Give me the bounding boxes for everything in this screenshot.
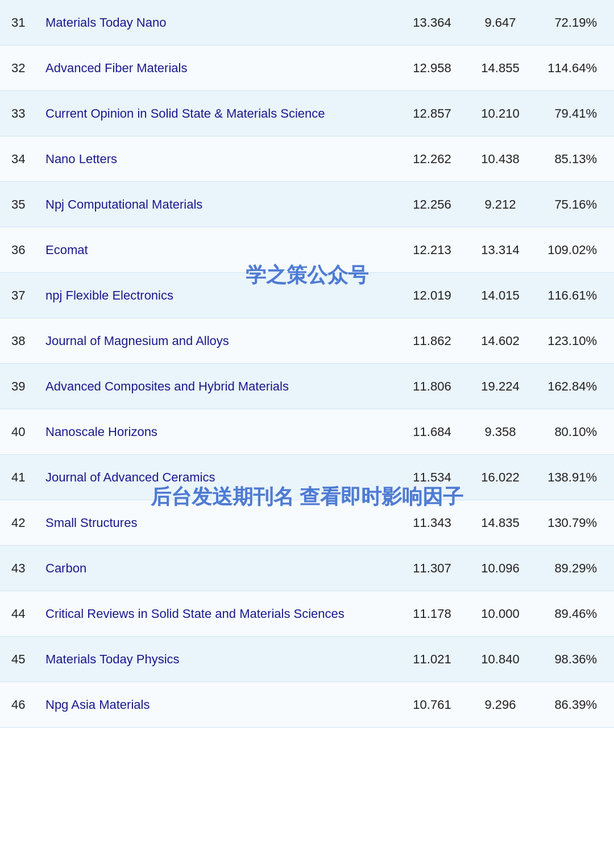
impact-factor-cell: 12.262 [398,152,466,167]
impact-factor-5-cell: 13.314 [466,243,534,258]
journal-name-cell: Materials Today Nano [45,14,398,31]
impact-factor-cell: 12.857 [398,106,466,121]
impact-factor-5-cell: 16.022 [466,470,534,485]
impact-factor-cell: 11.343 [398,516,466,530]
impact-factor-5-cell: 14.835 [466,516,534,530]
impact-factor-5-cell: 10.096 [466,561,534,576]
impact-factor-cell: 13.364 [398,15,466,30]
journal-name-cell: Nano Letters [45,151,398,168]
ratio-cell: 75.16% [534,197,603,212]
impact-factor-5-cell: 10.438 [466,152,534,167]
journal-name-cell: Small Structures [45,514,398,531]
ratio-cell: 162.84% [534,379,603,394]
journal-table: 31Materials Today Nano13.3649.64772.19%3… [0,0,614,728]
impact-factor-5-cell: 10.210 [466,106,534,121]
table-row: 33Current Opinion in Solid State & Mater… [0,91,614,136]
impact-factor-cell: 11.806 [398,379,466,394]
table-row: 31Materials Today Nano13.3649.64772.19% [0,0,614,45]
journal-name-cell: Npj Computational Materials [45,196,398,213]
table-row: 46Npg Asia Materials10.7619.29686.39% [0,682,614,728]
ratio-cell: 114.64% [534,61,603,76]
impact-factor-5-cell: 9.212 [466,197,534,212]
journal-name-cell: Carbon [45,560,398,577]
ratio-cell: 109.02% [534,243,603,258]
impact-factor-cell: 12.256 [398,197,466,212]
impact-factor-cell: 12.213 [398,243,466,258]
ratio-cell: 130.79% [534,516,603,530]
table-row: 38Journal of Magnesium and Alloys11.8621… [0,318,614,364]
ratio-cell: 89.46% [534,607,603,621]
table-row: 35Npj Computational Materials12.2569.212… [0,182,614,227]
table-row: 36Ecomat12.21313.314109.02% [0,227,614,273]
rank-cell: 42 [11,516,45,530]
impact-factor-cell: 11.862 [398,334,466,348]
journal-name-cell: Journal of Magnesium and Alloys [45,333,398,350]
impact-factor-5-cell: 9.647 [466,15,534,30]
journal-name-cell: Advanced Fiber Materials [45,60,398,77]
rank-cell: 31 [11,15,45,30]
rank-cell: 38 [11,334,45,348]
table-row: 37npj Flexible Electronics12.01914.01511… [0,273,614,318]
ratio-cell: 138.91% [534,470,603,485]
rank-cell: 41 [11,470,45,485]
rank-cell: 33 [11,106,45,121]
ratio-cell: 86.39% [534,697,603,712]
impact-factor-5-cell: 9.296 [466,697,534,712]
impact-factor-cell: 11.684 [398,425,466,439]
table-row: 45Materials Today Physics11.02110.84098.… [0,637,614,682]
rank-cell: 35 [11,197,45,212]
impact-factor-cell: 12.019 [398,288,466,303]
table-row: 44Critical Reviews in Solid State and Ma… [0,591,614,637]
table-row: 32Advanced Fiber Materials12.95814.85511… [0,45,614,91]
rank-cell: 39 [11,379,45,394]
table-row: 42Small Structures11.34314.835130.79% [0,500,614,546]
table-row: 39Advanced Composites and Hybrid Materia… [0,364,614,409]
impact-factor-cell: 11.534 [398,470,466,485]
journal-name-cell: Npg Asia Materials [45,696,398,713]
table-row: 43Carbon11.30710.09689.29% [0,546,614,591]
journal-name-cell: npj Flexible Electronics [45,287,398,304]
impact-factor-5-cell: 19.224 [466,379,534,394]
rank-cell: 45 [11,652,45,667]
rank-cell: 32 [11,61,45,76]
impact-factor-cell: 11.178 [398,607,466,621]
ratio-cell: 85.13% [534,152,603,167]
impact-factor-5-cell: 10.000 [466,607,534,621]
impact-factor-cell: 12.958 [398,61,466,76]
journal-name-cell: Nanoscale Horizons [45,423,398,441]
table-row: 34Nano Letters12.26210.43885.13% [0,136,614,182]
impact-factor-5-cell: 10.840 [466,652,534,667]
rank-cell: 36 [11,243,45,258]
journal-name-cell: Current Opinion in Solid State & Materia… [45,105,398,122]
rank-cell: 37 [11,288,45,303]
impact-factor-cell: 10.761 [398,697,466,712]
impact-factor-5-cell: 14.015 [466,288,534,303]
rank-cell: 46 [11,697,45,712]
ratio-cell: 123.10% [534,334,603,348]
table-row: 40Nanoscale Horizons11.6849.35880.10% [0,409,614,455]
ratio-cell: 72.19% [534,15,603,30]
ratio-cell: 98.36% [534,652,603,667]
impact-factor-5-cell: 9.358 [466,425,534,439]
ratio-cell: 116.61% [534,288,603,303]
journal-name-cell: Ecomat [45,242,398,259]
journal-name-cell: Materials Today Physics [45,651,398,668]
rank-cell: 40 [11,425,45,439]
ratio-cell: 89.29% [534,561,603,576]
impact-factor-5-cell: 14.855 [466,61,534,76]
table-row: 41Journal of Advanced Ceramics11.53416.0… [0,455,614,500]
rank-cell: 43 [11,561,45,576]
journal-name-cell: Journal of Advanced Ceramics [45,469,398,486]
ratio-cell: 80.10% [534,425,603,439]
rank-cell: 44 [11,607,45,621]
impact-factor-cell: 11.307 [398,561,466,576]
journal-name-cell: Advanced Composites and Hybrid Materials [45,378,398,395]
impact-factor-cell: 11.021 [398,652,466,667]
journal-name-cell: Critical Reviews in Solid State and Mate… [45,605,398,622]
impact-factor-5-cell: 14.602 [466,334,534,348]
rank-cell: 34 [11,152,45,167]
ratio-cell: 79.41% [534,106,603,121]
